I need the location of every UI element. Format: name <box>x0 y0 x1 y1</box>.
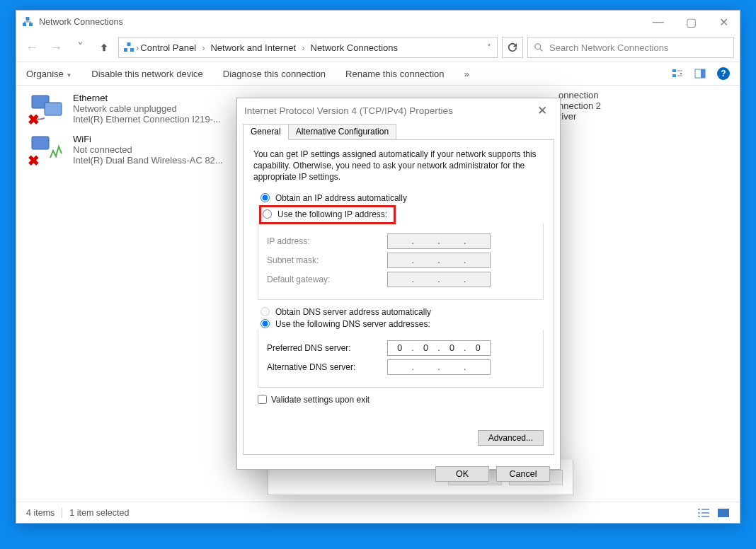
close-button[interactable]: ✕ <box>707 11 740 33</box>
search-input[interactable]: Search Network Connections <box>527 37 734 58</box>
recent-dropdown[interactable]: ˅ <box>70 37 90 57</box>
address-bar[interactable]: › Control Panel › Network and Internet ›… <box>118 37 498 58</box>
preview-pane-icon[interactable] <box>694 68 706 79</box>
checkbox-validate-input[interactable] <box>258 395 267 404</box>
item-count: 4 items <box>26 508 55 518</box>
highlight-use-following-ip: Use the following IP address: <box>259 205 396 224</box>
organise-menu[interactable]: Organise ▼ <box>26 69 71 79</box>
diagnose-button[interactable]: Diagnose this connection <box>223 69 326 79</box>
radio-dns-manual[interactable]: Use the following DNS server addresses: <box>260 319 544 329</box>
radio-ip-auto[interactable]: Obtain an IP address automatically <box>260 193 544 203</box>
label-alternative-dns: Alternative DNS server: <box>267 362 387 372</box>
svg-rect-4 <box>130 48 134 52</box>
connection-adapter: Intel(R) Ethernet Connection I219-... <box>73 114 221 125</box>
search-icon <box>534 42 544 52</box>
label-subnet-mask: Subnet mask: <box>267 255 387 265</box>
dialog-button-row: OK Cancel <box>237 461 560 490</box>
ipv4-properties-dialog: Internet Protocol Version 4 (TCP/IPv4) P… <box>236 98 561 470</box>
titlebar: Network Connections — ▢ ✕ <box>16 11 740 33</box>
connection-status: Network cable unplugged <box>73 103 221 114</box>
dialog-close-button[interactable]: ✕ <box>532 103 553 118</box>
svg-rect-0 <box>23 23 26 26</box>
svg-rect-2 <box>26 17 30 21</box>
disable-device-button[interactable]: Disable this network device <box>91 69 203 79</box>
obscured-connection-text: onnection nnection 2 river <box>559 90 651 122</box>
details-view-icon[interactable] <box>697 508 710 518</box>
view-options-icon[interactable] <box>672 68 683 79</box>
svg-rect-12 <box>45 103 62 115</box>
address-dropdown[interactable]: ˅ <box>487 43 493 52</box>
chevron-right-icon: › <box>200 42 206 53</box>
network-icon <box>22 16 33 28</box>
chevron-right-icon: › <box>300 42 306 53</box>
radio-dns-auto-input <box>260 307 270 316</box>
info-text: You can get IP settings assigned automat… <box>253 149 544 183</box>
connection-ethernet[interactable]: ✖ Ethernet Network cable unplugged Intel… <box>28 90 247 131</box>
tab-alternative-configuration[interactable]: Alternative Configuration <box>288 124 396 140</box>
svg-point-6 <box>535 44 541 50</box>
label-ip-address: IP address: <box>267 236 387 246</box>
ip-fieldset: IP address: ... Subnet mask: ... Default… <box>258 223 544 300</box>
advanced-button[interactable]: Advanced... <box>478 430 544 446</box>
row-preferred-dns: Preferred DNS server: 0. 0. 0. 0 <box>267 340 534 356</box>
svg-rect-14 <box>718 509 729 517</box>
up-button[interactable] <box>94 37 114 57</box>
large-icons-view-icon[interactable] <box>717 508 730 518</box>
back-button[interactable]: ← <box>22 37 42 57</box>
chevron-right-icon: › <box>134 42 140 53</box>
connection-wifi[interactable]: ✖ WiFi Not connected Intel(R) Dual Band … <box>28 131 247 172</box>
dialog-title: Internet Protocol Version 4 (TCP/IPv4) P… <box>244 105 453 116</box>
input-subnet-mask: ... <box>387 253 491 268</box>
row-alternative-dns: Alternative DNS server: ... <box>267 359 534 375</box>
row-default-gateway: Default gateway: ... <box>267 272 534 287</box>
error-x-icon: ✖ <box>28 152 40 169</box>
error-x-icon: ✖ <box>28 111 40 128</box>
ethernet-icon: ✖ <box>29 93 66 127</box>
connection-name: WiFi <box>73 134 223 144</box>
label-preferred-dns: Preferred DNS server: <box>267 343 387 353</box>
input-ip-address: ... <box>387 233 491 249</box>
breadcrumb-item[interactable]: Network and Internet <box>210 42 296 53</box>
breadcrumb-item[interactable]: Network Connections <box>311 42 399 53</box>
dns-fieldset: Preferred DNS server: 0. 0. 0. 0 Alterna… <box>258 330 544 388</box>
svg-rect-1 <box>29 23 33 26</box>
selected-count: 1 item selected <box>69 508 129 518</box>
radio-ip-auto-input[interactable] <box>260 193 270 202</box>
input-default-gateway: ... <box>387 272 491 287</box>
refresh-button[interactable] <box>502 37 523 58</box>
wifi-icon: ✖ <box>29 134 66 168</box>
radio-ip-manual-input[interactable] <box>263 209 272 219</box>
forward-button[interactable]: → <box>46 37 66 57</box>
dialog-titlebar: Internet Protocol Version 4 (TCP/IPv4) P… <box>237 98 560 122</box>
connection-status: Not connected <box>73 144 223 155</box>
window-title: Network Connections <box>39 17 123 27</box>
svg-rect-8 <box>672 74 676 77</box>
rename-button[interactable]: Rename this connection <box>345 69 444 79</box>
svg-rect-13 <box>32 137 49 149</box>
search-placeholder: Search Network Connections <box>549 42 668 53</box>
ok-button[interactable]: OK <box>435 466 489 482</box>
label-default-gateway: Default gateway: <box>267 274 387 284</box>
tab-general-body: You can get IP settings assigned automat… <box>243 139 554 455</box>
toolbar: Organise ▼ Disable this network device D… <box>16 62 740 86</box>
input-preferred-dns[interactable]: 0. 0. 0. 0 <box>387 340 491 356</box>
radio-dns-manual-input[interactable] <box>260 319 270 328</box>
breadcrumb-item[interactable]: Control Panel <box>140 42 196 53</box>
maximize-button[interactable]: ▢ <box>675 11 707 33</box>
dialog-tabs: General Alternative Configuration <box>237 124 560 140</box>
cancel-button[interactable]: Cancel <box>496 466 550 482</box>
nav-row: ← → ˅ › Control Panel › Network and Inte… <box>16 33 740 62</box>
minimize-button[interactable]: — <box>642 11 675 33</box>
tab-general[interactable]: General <box>243 124 289 140</box>
checkbox-validate-on-exit[interactable]: Validate settings upon exit <box>258 395 544 405</box>
location-icon <box>123 42 134 53</box>
svg-rect-3 <box>124 48 127 52</box>
help-icon[interactable]: ? <box>717 67 730 80</box>
input-alternative-dns[interactable]: ... <box>387 359 491 375</box>
radio-ip-manual[interactable]: Use the following IP address: <box>263 209 387 219</box>
status-bar: 4 items 1 item selected <box>16 502 740 523</box>
connection-name: Ethernet <box>73 93 221 103</box>
radio-dns-auto[interactable]: Obtain DNS server address automatically <box>260 307 544 317</box>
toolbar-overflow[interactable]: » <box>464 69 469 79</box>
svg-rect-5 <box>127 42 131 46</box>
